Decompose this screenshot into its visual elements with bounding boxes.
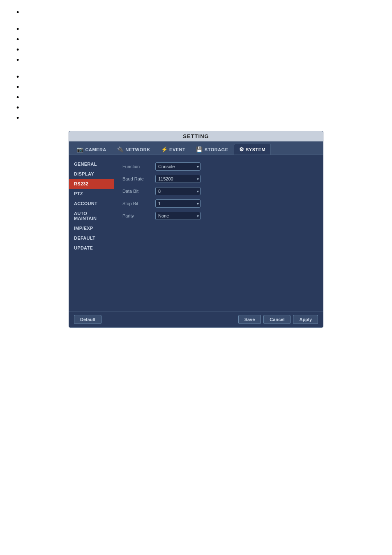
sidebar-item-default[interactable]: DEFAULT [69,233,114,243]
tab-system[interactable]: ⚙ SYSTEM [234,144,271,155]
setting-title: SETTING [183,133,209,139]
bullet-3c [16,93,376,102]
form-row-parity: Parity None Odd Even [122,212,315,220]
bullet-3a [16,73,376,81]
parity-label: Parity [122,213,155,218]
function-select[interactable]: Console COM PTZ Control [155,162,201,171]
tab-camera[interactable]: 📷 CAMERA [71,144,112,155]
sidebar: GENERAL DISPLAY RS232 PTZ ACCOUNT AUTO M… [69,155,114,311]
form-row-function: Function Console COM PTZ Control [122,162,315,171]
stop-bit-select[interactable]: 1 2 [155,199,201,208]
system-tab-label: SYSTEM [246,147,265,152]
content-area: GENERAL DISPLAY RS232 PTZ ACCOUNT AUTO M… [69,155,323,311]
form-row-baud-rate: Baud Rate 115200 57600 38400 19200 9600 … [122,175,315,183]
save-button[interactable]: Save [238,315,261,324]
function-label: Function [122,164,155,169]
sidebar-item-imp-exp[interactable]: IMP/EXP [69,223,114,233]
sidebar-item-update[interactable]: UPDATE [69,243,114,253]
tab-event[interactable]: ⚡ EVENT [156,144,191,155]
data-bit-label: Data Bit [122,189,155,194]
storage-tab-icon: 💾 [196,146,203,153]
parity-select[interactable]: None Odd Even [155,212,201,220]
bullet-3d [16,104,376,112]
function-select-wrapper: Console COM PTZ Control [155,162,201,171]
default-button[interactable]: Default [74,315,101,324]
event-tab-icon: ⚡ [161,146,168,153]
form-row-stop-bit: Stop Bit 1 2 [122,199,315,208]
bullet-section-1 [16,8,376,17]
sidebar-item-ptz[interactable]: PTZ [69,189,114,199]
sidebar-item-display[interactable]: DISPLAY [69,169,114,179]
bullet-2d [16,56,376,65]
bullet-section-3 [16,73,376,123]
event-tab-label: EVENT [169,147,185,152]
network-tab-icon: 🔌 [117,146,124,153]
form-area: Function Console COM PTZ Control Baud Ra… [114,155,323,311]
bullet-2c [16,46,376,54]
bottom-bar: Default Save Cancel Apply [69,311,323,327]
network-tab-label: NETWORK [125,147,150,152]
tab-bar: 📷 CAMERA 🔌 NETWORK ⚡ EVENT 💾 STORAGE ⚙ S… [69,141,323,155]
parity-select-wrapper: None Odd Even [155,212,201,220]
sidebar-item-rs232[interactable]: RS232 [69,179,114,189]
bullet-2b [16,35,376,44]
stop-bit-label: Stop Bit [122,201,155,206]
data-bit-select-wrapper: 8 7 6 5 [155,187,201,195]
camera-tab-label: CAMERA [85,147,106,152]
bullet-section-2 [16,25,376,65]
data-bit-select[interactable]: 8 7 6 5 [155,187,201,195]
stop-bit-select-wrapper: 1 2 [155,199,201,208]
baud-rate-select-wrapper: 115200 57600 38400 19200 9600 4800 2400 … [155,175,201,183]
apply-button[interactable]: Apply [293,315,318,324]
bullet-3e [16,114,376,123]
system-tab-icon: ⚙ [239,146,244,153]
storage-tab-label: STORAGE [205,147,228,152]
camera-tab-icon: 📷 [77,146,84,153]
setting-title-bar: SETTING [69,131,323,141]
sidebar-item-account[interactable]: ACCOUNT [69,199,114,208]
form-row-data-bit: Data Bit 8 7 6 5 [122,187,315,195]
sidebar-item-general[interactable]: GENERAL [69,159,114,169]
cancel-button[interactable]: Cancel [263,315,291,324]
bullet-3b [16,83,376,92]
tab-storage[interactable]: 💾 STORAGE [191,144,233,155]
setting-panel: SETTING 📷 CAMERA 🔌 NETWORK ⚡ EVENT 💾 STO… [69,131,323,328]
baud-rate-label: Baud Rate [122,176,155,181]
page-wrapper: SETTING 📷 CAMERA 🔌 NETWORK ⚡ EVENT 💾 STO… [0,0,392,344]
tab-network[interactable]: 🔌 NETWORK [112,144,156,155]
action-buttons: Save Cancel Apply [238,315,318,324]
bullet-2a [16,25,376,34]
bullet-1 [16,8,376,17]
baud-rate-select[interactable]: 115200 57600 38400 19200 9600 4800 2400 … [155,175,201,183]
sidebar-item-auto-maintain[interactable]: AUTO MAINTAIN [69,208,114,223]
